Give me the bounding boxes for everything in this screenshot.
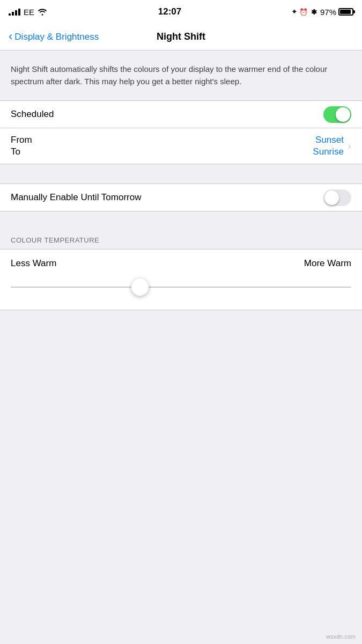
temp-labels: Less Warm More Warm [11,258,351,269]
settings-card-scheduled: Scheduled From To Sunset Sunrise › [0,100,362,164]
less-warm-label: Less Warm [11,258,56,269]
wifi-icon [38,8,47,16]
from-to-right: Sunset Sunrise › [313,135,351,157]
from-to-row[interactable]: From To Sunset Sunrise › [0,128,362,164]
alarm-icon: ⏰ [299,8,308,16]
battery-fill [340,10,351,14]
bluetooth-icon: ✱ [311,8,317,16]
carrier-label: EE [24,8,34,17]
back-button[interactable]: ‹ Display & Brightness [9,32,99,42]
from-value: Sunset [315,135,344,145]
more-warm-label: More Warm [304,258,351,269]
manual-toggle-thumb [324,191,339,205]
status-bar: EE 12:07 ⌖ ⏰ ✱ 97% [0,0,362,24]
from-label: From [11,135,32,145]
status-right: ⌖ ⏰ ✱ 97% [292,8,353,17]
battery-container: 97% [320,8,353,17]
status-time: 12:07 [158,6,181,17]
nav-bar: ‹ Display & Brightness Night Shift [0,24,362,50]
bottom-area [0,310,362,493]
temperature-slider[interactable] [11,277,351,297]
watermark: wsxdn.com [326,633,356,640]
battery-percent: 97% [320,8,336,17]
to-value: Sunrise [313,147,344,157]
page-title: Night Shift [157,31,205,42]
scheduled-label: Scheduled [11,109,54,120]
colour-temp-header-text: COLOUR TEMPERATURE [11,236,99,244]
description-section: Night Shift automatically shifts the col… [0,50,362,100]
slider-track [11,287,351,288]
section-gap-2 [0,211,362,231]
colour-temp-section: Less Warm More Warm [0,249,362,310]
manual-label: Manually Enable Until Tomorrow [11,192,141,203]
manual-row: Manually Enable Until Tomorrow [0,184,362,211]
settings-card-manual: Manually Enable Until Tomorrow [0,184,362,211]
battery-icon [338,8,353,16]
scheduled-toggle-thumb [336,107,350,122]
from-to-labels: From To [11,135,32,157]
slider-thumb[interactable] [131,279,149,296]
back-chevron-icon: ‹ [9,31,12,42]
section-gap-1 [0,164,362,184]
to-label: To [11,147,32,157]
status-left: EE [9,8,47,17]
colour-temp-header: COLOUR TEMPERATURE [0,231,362,249]
signal-bars-icon [9,8,20,16]
scheduled-toggle[interactable] [323,106,351,123]
location-icon: ⌖ [292,8,296,16]
chevron-right-icon: › [348,141,351,152]
scheduled-row: Scheduled [0,101,362,128]
description-text: Night Shift automatically shifts the col… [11,63,351,87]
back-label: Display & Brightness [14,32,99,42]
from-to-values: Sunset Sunrise [313,135,344,157]
manual-toggle[interactable] [323,189,351,206]
